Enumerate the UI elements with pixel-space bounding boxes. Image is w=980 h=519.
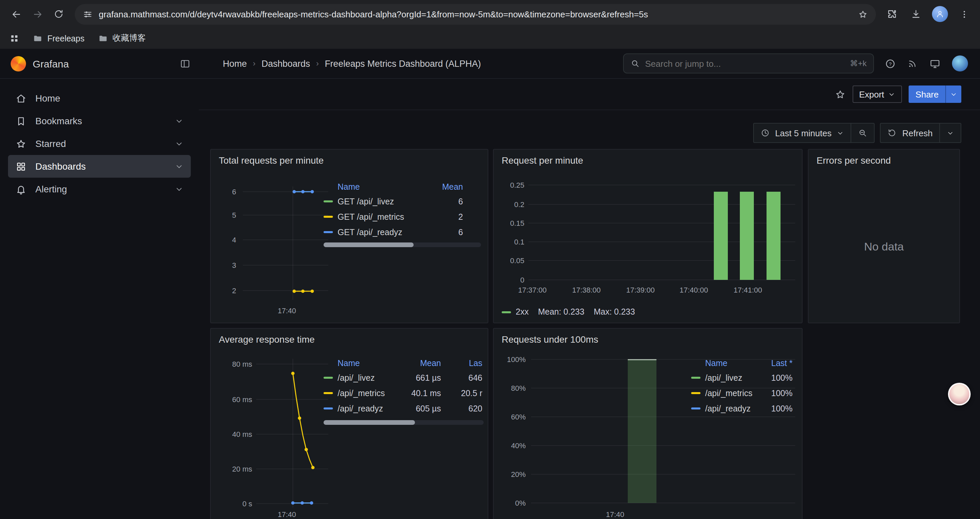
scrollbar-thumb[interactable] — [323, 420, 415, 425]
reload-button[interactable] — [48, 3, 69, 25]
favorite-star-icon[interactable] — [834, 88, 846, 100]
floating-avatar[interactable] — [948, 383, 970, 406]
legend-scrollbar[interactable] — [323, 243, 481, 247]
legend-header-mean[interactable]: Mean — [423, 182, 463, 192]
series-name[interactable]: /api/_readyz — [705, 404, 751, 413]
y-tick: 0.1 — [499, 238, 524, 246]
help-icon[interactable]: ? — [885, 58, 896, 69]
sidebar-item-home[interactable]: Home — [8, 87, 191, 110]
time-range-button[interactable]: Last 5 minutes — [754, 124, 851, 142]
chevron-down-icon[interactable] — [175, 139, 183, 148]
series-swatch — [691, 377, 700, 379]
refresh-icon — [888, 128, 897, 137]
panel-avg-response-time: Average response time — [210, 328, 488, 519]
breadcrumb-separator: › — [253, 59, 256, 68]
y-tick: 40 ms — [215, 430, 252, 438]
browser-menu-kebab-icon[interactable] — [953, 3, 975, 25]
y-tick: 20% — [496, 470, 526, 478]
series-name[interactable]: GET /api/_readyz — [337, 227, 402, 237]
extensions-icon[interactable] — [881, 3, 903, 25]
panel-grid: Total requests per minute — [199, 149, 980, 519]
legend-header-mean[interactable]: Mean — [401, 359, 441, 368]
sidebar-item-dashboards[interactable]: Dashboards — [8, 155, 191, 178]
y-tick: 0 — [499, 276, 524, 284]
legend-header-name[interactable]: Name — [691, 359, 758, 368]
legend-header-last[interactable]: Las — [441, 359, 482, 368]
x-tick: 17:38:00 — [566, 286, 606, 294]
refresh-interval-caret[interactable] — [940, 124, 961, 142]
share-caret[interactable] — [945, 86, 961, 103]
x-tick: 17:40:00 — [674, 286, 714, 294]
legend-header-name[interactable]: Name — [323, 182, 423, 192]
browser-actions — [881, 3, 975, 25]
omnibox[interactable] — [75, 4, 876, 24]
series-name[interactable]: /api/_livez — [337, 373, 375, 382]
back-button[interactable] — [5, 3, 27, 25]
series-name[interactable]: /api/_metrics — [337, 388, 385, 398]
site-settings-icon[interactable] — [83, 9, 93, 19]
series-name[interactable]: GET /api/_livez — [337, 197, 394, 206]
refresh-button[interactable]: Refresh — [881, 124, 939, 142]
downloads-icon[interactable] — [905, 3, 927, 25]
bookmark-star-icon[interactable] — [858, 9, 868, 19]
panel-title[interactable]: Errors per second — [816, 155, 891, 166]
apps-grid-icon[interactable] — [10, 34, 19, 43]
y-tick: 80 ms — [215, 360, 252, 368]
legend-item[interactable]: 2xx — [502, 307, 529, 316]
bookmark-folder-freeleaps[interactable]: Freeleaps — [33, 34, 84, 43]
share-button[interactable]: Share — [909, 86, 961, 103]
grafana-header: Grafana Home › Dashboards › Freeleaps Me… — [0, 49, 980, 79]
chevron-down-icon[interactable] — [175, 117, 183, 125]
bookmark-icon — [15, 115, 27, 126]
dashboards-grid-icon — [15, 161, 27, 172]
folder-icon — [33, 34, 43, 43]
forward-button[interactable] — [27, 3, 48, 25]
y-tick: 0.25 — [499, 181, 524, 189]
grafana-logo-icon[interactable] — [11, 56, 26, 71]
time-controls: Last 5 minutes Refre — [199, 110, 980, 149]
series-mean: 2 — [423, 212, 463, 222]
grafana-body: Home Bookmarks Starred — [0, 79, 980, 519]
y-tick: 0.05 — [499, 257, 524, 265]
chevron-down-icon — [837, 129, 844, 137]
export-button[interactable]: Export — [852, 86, 902, 103]
browser-profile-avatar[interactable] — [929, 3, 951, 25]
search-input[interactable] — [645, 58, 845, 69]
legend-header-last[interactable]: Last * — [758, 359, 792, 368]
series-name[interactable]: /api/_readyz — [337, 404, 383, 413]
url-input[interactable] — [99, 9, 852, 19]
search-box[interactable]: ⌘+k — [623, 53, 874, 73]
no-data-message: No data — [808, 241, 959, 254]
kiosk-monitor-icon[interactable] — [929, 58, 941, 69]
series-name[interactable]: GET /api/_metrics — [337, 212, 404, 222]
chevron-down-icon[interactable] — [175, 162, 183, 171]
user-avatar[interactable] — [952, 56, 968, 72]
y-tick: 4 — [216, 236, 236, 244]
profile-person-icon — [932, 6, 948, 22]
refresh-group: Refresh — [880, 123, 961, 143]
sidebar-item-starred[interactable]: Starred — [8, 132, 191, 155]
series-name: 2xx — [516, 307, 529, 316]
scrollbar-thumb[interactable] — [323, 243, 413, 247]
bookmark-folder-blog[interactable]: 收藏博客 — [98, 33, 146, 44]
y-tick: 100% — [496, 355, 526, 363]
header-icons: ? — [885, 56, 980, 72]
series-name[interactable]: /api/_livez — [705, 373, 742, 382]
breadcrumb-dashboards[interactable]: Dashboards — [261, 58, 310, 69]
chevron-down-icon[interactable] — [175, 185, 183, 193]
bar-chart — [494, 150, 802, 323]
y-tick: 6 — [216, 188, 236, 196]
svg-text:?: ? — [889, 61, 892, 67]
series-name[interactable]: /api/_metrics — [705, 388, 752, 398]
news-rss-icon[interactable] — [907, 58, 918, 69]
legend-row: /api/_metrics 40.1 ms 20.5 r — [323, 385, 484, 401]
sidebar-collapse-icon[interactable] — [180, 58, 191, 69]
sidebar-item-bookmarks[interactable]: Bookmarks — [8, 110, 191, 132]
series-last: 100% — [758, 404, 792, 413]
breadcrumb-home[interactable]: Home — [223, 58, 247, 69]
legend-header-name[interactable]: Name — [323, 359, 401, 368]
x-tick: 17:41:00 — [728, 286, 768, 294]
legend-scrollbar[interactable] — [323, 420, 484, 425]
sidebar-item-alerting[interactable]: Alerting — [8, 178, 191, 200]
zoom-out-button[interactable] — [851, 124, 874, 142]
